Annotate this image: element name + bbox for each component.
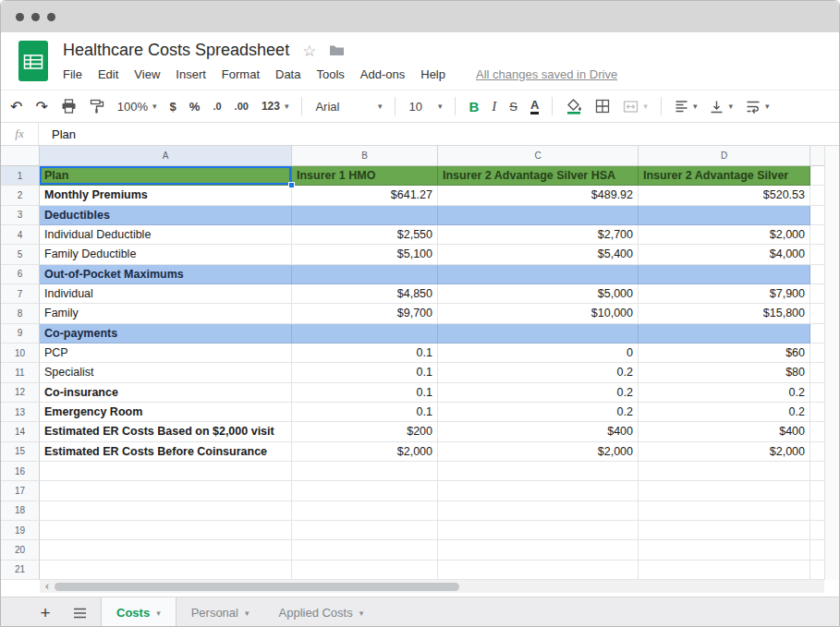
cell-B12[interactable]: 0.1	[292, 383, 438, 403]
sheet-tab-personal[interactable]: Personal▾	[177, 597, 264, 627]
row-header-1[interactable]: 1	[1, 166, 40, 186]
scrollbar-track[interactable]: ‹	[40, 580, 824, 593]
star-icon[interactable]: ☆	[302, 42, 316, 60]
cell-A12[interactable]: Co-insurance	[40, 383, 292, 403]
print-button[interactable]	[61, 99, 77, 114]
row-header-15[interactable]: 15	[1, 442, 40, 462]
cell-A19[interactable]	[40, 521, 292, 540]
cell-D7[interactable]: $7,900	[639, 284, 810, 304]
bold-button[interactable]: B	[469, 99, 479, 115]
decrease-decimal-button[interactable]: .0	[213, 101, 221, 112]
cell-C20[interactable]	[438, 540, 639, 560]
menu-view[interactable]: View	[134, 67, 160, 81]
vertical-align-button[interactable]: ▾	[710, 100, 733, 114]
sheets-logo[interactable]	[18, 40, 49, 90]
cell-B7[interactable]: $4,850	[292, 284, 438, 304]
cell-B19[interactable]	[292, 521, 438, 540]
cell-A20[interactable]	[40, 540, 292, 560]
cell-A8[interactable]: Family	[40, 304, 292, 323]
scroll-left-arrow[interactable]: ‹	[40, 580, 55, 593]
cell-A1[interactable]: Plan	[40, 166, 292, 186]
undo-button[interactable]: ↶	[10, 98, 22, 115]
cell-C12[interactable]: 0.2	[438, 383, 639, 403]
cell-D20[interactable]	[639, 540, 810, 560]
row-header-18[interactable]: 18	[1, 501, 40, 521]
cell-C4[interactable]: $2,700	[438, 225, 639, 245]
cell-C16[interactable]	[438, 462, 639, 481]
menu-tools[interactable]: Tools	[316, 67, 344, 81]
scrollbar-thumb[interactable]	[55, 583, 459, 591]
move-folder-icon[interactable]	[329, 44, 345, 56]
cell-B2[interactable]: $641.27	[292, 186, 438, 205]
column-header-B[interactable]: B	[292, 146, 438, 166]
cell-D12[interactable]: 0.2	[639, 383, 810, 403]
cell-C9[interactable]	[438, 324, 639, 344]
menu-edit[interactable]: Edit	[98, 67, 118, 81]
menu-data[interactable]: Data	[275, 67, 300, 81]
cell-C14[interactable]: $400	[438, 422, 639, 441]
text-wrap-button[interactable]: ▾	[746, 100, 770, 114]
sheet-tab-costs[interactable]: Costs▾	[101, 597, 177, 627]
zoom-select[interactable]: 100% ▾	[117, 100, 157, 114]
row-header-2[interactable]: 2	[1, 186, 40, 205]
row-header-21[interactable]: 21	[1, 561, 40, 580]
window-zoom-button[interactable]	[47, 13, 55, 21]
cell-B18[interactable]	[292, 501, 438, 521]
cell-C5[interactable]: $5,400	[438, 245, 639, 264]
cell-B16[interactable]	[292, 462, 438, 481]
cell-A6[interactable]: Out-of-Pocket Maximums	[40, 265, 292, 284]
cell-B3[interactable]	[292, 206, 438, 225]
cell-C2[interactable]: $489.92	[438, 186, 639, 205]
cell-A7[interactable]: Individual	[40, 284, 292, 304]
cell-B17[interactable]	[292, 481, 438, 500]
cell-B5[interactable]: $5,100	[292, 245, 438, 264]
row-header-19[interactable]: 19	[1, 521, 40, 540]
cell-B11[interactable]: 0.1	[292, 363, 438, 382]
cell-C8[interactable]: $10,000	[438, 304, 639, 323]
cell-D8[interactable]: $15,800	[639, 304, 810, 323]
italic-button[interactable]: I	[492, 99, 496, 115]
cell-A14[interactable]: Estimated ER Costs Based on $2,000 visit	[40, 422, 292, 441]
row-header-16[interactable]: 16	[1, 462, 40, 481]
select-all-corner[interactable]	[1, 146, 40, 166]
cell-D15[interactable]: $2,000	[639, 442, 810, 462]
menu-insert[interactable]: Insert	[176, 67, 206, 81]
cell-B4[interactable]: $2,550	[292, 225, 438, 245]
cell-B21[interactable]	[292, 561, 438, 580]
fill-color-button[interactable]	[566, 99, 582, 115]
cell-C7[interactable]: $5,000	[438, 284, 639, 304]
cell-A17[interactable]	[40, 481, 292, 500]
menu-file[interactable]: File	[63, 67, 82, 81]
cell-D14[interactable]: $400	[639, 422, 810, 441]
cell-D4[interactable]: $2,000	[639, 225, 810, 245]
cell-D1[interactable]: Insurer 2 Advantage Silver	[639, 166, 810, 186]
borders-button[interactable]	[595, 99, 610, 114]
cell-A5[interactable]: Family Deductible	[40, 245, 292, 264]
cell-B6[interactable]	[292, 265, 438, 284]
document-title[interactable]: Healthcare Costs Spreadsheet	[63, 41, 289, 60]
increase-decimal-button[interactable]: .00	[235, 101, 249, 112]
cell-D18[interactable]	[639, 501, 810, 521]
row-header-4[interactable]: 4	[1, 225, 40, 245]
window-minimize-button[interactable]	[31, 13, 40, 21]
cell-D13[interactable]: 0.2	[639, 403, 810, 422]
fill-handle[interactable]	[288, 182, 295, 188]
vertical-scrollbar[interactable]	[824, 146, 839, 580]
cell-A10[interactable]: PCP	[40, 344, 292, 363]
row-header-8[interactable]: 8	[1, 304, 40, 323]
cell-B8[interactable]: $9,700	[292, 304, 438, 323]
row-header-17[interactable]: 17	[1, 481, 40, 500]
cell-B14[interactable]: $200	[292, 422, 438, 441]
cell-B10[interactable]: 0.1	[292, 344, 438, 363]
cell-C6[interactable]	[438, 265, 639, 284]
row-header-10[interactable]: 10	[1, 344, 40, 363]
font-size-select[interactable]: 10 ▾	[408, 100, 442, 114]
cell-A3[interactable]: Deductibles	[40, 206, 292, 225]
column-header-C[interactable]: C	[438, 146, 639, 166]
cell-B13[interactable]: 0.1	[292, 403, 438, 422]
row-header-12[interactable]: 12	[1, 383, 40, 403]
cell-A2[interactable]: Monthly Premiums	[40, 186, 292, 205]
row-header-20[interactable]: 20	[1, 540, 40, 560]
number-format-menu[interactable]: 123 ▾	[262, 100, 289, 113]
cell-A21[interactable]	[40, 561, 292, 580]
